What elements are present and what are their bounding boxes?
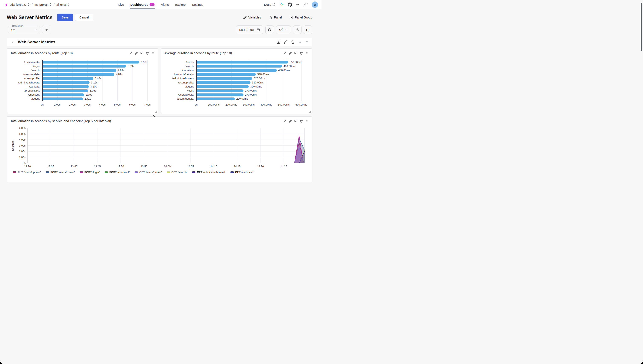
axis-tick-label: 7.00s bbox=[144, 103, 151, 106]
bar bbox=[42, 65, 126, 68]
avatar[interactable]: D bbox=[312, 2, 318, 8]
pin-resolution-button[interactable] bbox=[42, 25, 51, 34]
grip-icon bbox=[151, 52, 155, 55]
slack-button[interactable] bbox=[280, 2, 284, 6]
time-x-axis: 13:3013:3513:4013:4513:5013:5514:0014:05… bbox=[28, 163, 305, 168]
save-button[interactable]: Save bbox=[57, 14, 73, 21]
download-icon bbox=[296, 28, 299, 32]
legend-path-label: /search/ bbox=[178, 171, 187, 174]
updown-chevron-icon bbox=[68, 3, 70, 6]
tab-live[interactable]: Live bbox=[118, 0, 124, 9]
variables-button[interactable]: Variables bbox=[243, 16, 261, 19]
resize-handle[interactable] bbox=[309, 111, 311, 112]
axis-tick-label: 13:30 bbox=[24, 165, 31, 168]
add-chart-button[interactable] bbox=[277, 40, 281, 44]
expand-panel-button[interactable] bbox=[283, 52, 286, 55]
theme-toggle-button[interactable] bbox=[296, 3, 300, 6]
chevron-down-icon bbox=[35, 29, 37, 32]
legend-item[interactable]: POST/checkout/ bbox=[105, 171, 129, 174]
bar-value-label: 340.00ms bbox=[257, 73, 269, 76]
breadcrumb-project-selector[interactable]: my-project bbox=[35, 3, 52, 6]
delete-panel-button[interactable] bbox=[146, 52, 149, 55]
axis-tick-label: 1.00s bbox=[19, 156, 26, 159]
expand-icon bbox=[129, 52, 132, 55]
delete-panel-button[interactable] bbox=[300, 52, 303, 55]
axis-tick-label: 600.00ms bbox=[296, 103, 307, 106]
json-view-button[interactable]: { } bbox=[304, 26, 312, 34]
collapse-section-button[interactable] bbox=[11, 40, 15, 44]
edit-panel-button[interactable] bbox=[289, 52, 292, 55]
tab-settings[interactable]: Settings bbox=[192, 0, 203, 9]
panels-row: Total duration in seconds by route (Top … bbox=[7, 48, 312, 114]
edit-panel-button[interactable] bbox=[135, 52, 138, 55]
delete-section-button[interactable] bbox=[291, 40, 295, 44]
legend-item[interactable]: GET/search/ bbox=[167, 171, 187, 174]
bar-category-label: /search/ bbox=[164, 64, 196, 68]
drag-panel-handle[interactable] bbox=[305, 52, 309, 55]
bar-value-label: 490.00ms bbox=[283, 65, 295, 68]
duplicate-panel-button[interactable] bbox=[294, 52, 298, 55]
legend-item[interactable]: POST/users/create/ bbox=[46, 171, 75, 174]
legend-item[interactable]: GET/cart/view/ bbox=[231, 171, 254, 174]
legend-item[interactable]: PUT/users/update/ bbox=[13, 171, 41, 174]
axis-tick-label: 14:10 bbox=[210, 165, 217, 168]
bar-row: 6.57s bbox=[42, 60, 147, 64]
slack-icon bbox=[280, 2, 284, 6]
bar-category-label: /users/profile/ bbox=[11, 76, 42, 80]
bar-category-label: /logout/ bbox=[164, 84, 196, 88]
share-link-button[interactable] bbox=[304, 3, 308, 6]
breadcrumb-env-selector[interactable]: all envs bbox=[56, 3, 70, 6]
bar-row: 270.00ms bbox=[196, 93, 301, 97]
bar-category-label: /login/ bbox=[164, 88, 196, 92]
delete-panel-button[interactable] bbox=[300, 120, 303, 123]
legend-item[interactable]: GET/users/profile/ bbox=[135, 171, 162, 174]
nav-tabs: Live Dashboards v2 Alerts Explore Settin… bbox=[118, 0, 203, 9]
duplicate-panel-button[interactable] bbox=[140, 52, 143, 55]
breadcrumb-org-selector[interactable]: ddanielcruzz bbox=[10, 3, 30, 6]
refresh-button[interactable] bbox=[265, 26, 274, 34]
resolution-select[interactable]: Resolution 1m bbox=[8, 25, 40, 34]
add-panel-button[interactable]: Panel bbox=[269, 16, 282, 19]
drag-panel-handle[interactable] bbox=[305, 120, 309, 123]
bar-value-label: 3.40s bbox=[95, 77, 101, 80]
bar-value-label: 3.15s bbox=[91, 81, 98, 84]
edit-section-button[interactable] bbox=[284, 40, 288, 44]
github-button[interactable] bbox=[288, 2, 292, 7]
legend-item[interactable]: POST/login/ bbox=[80, 171, 100, 174]
bar-category-label: /products/list/ bbox=[11, 88, 42, 92]
tab-dashboards[interactable]: Dashboards v2 bbox=[130, 0, 155, 9]
cancel-button[interactable]: Cancel bbox=[75, 14, 93, 21]
duplicate-panel-button[interactable] bbox=[294, 120, 298, 123]
expand-panel-button[interactable] bbox=[129, 52, 132, 55]
drag-panel-handle[interactable] bbox=[151, 52, 155, 55]
move-section-up-button[interactable] bbox=[305, 40, 309, 44]
bar-row: 3.15s bbox=[42, 80, 147, 84]
time-range-button[interactable]: Last 1 hour bbox=[236, 26, 263, 34]
tab-alerts[interactable]: Alerts bbox=[161, 0, 169, 9]
bar-category-label: /users/create/ bbox=[11, 60, 42, 64]
calendar-icon bbox=[257, 28, 260, 32]
legend-method-label: GET bbox=[171, 171, 177, 174]
panel-actions bbox=[283, 52, 309, 55]
add-panel-group-button[interactable]: Panel Group bbox=[290, 16, 312, 19]
move-section-down-button[interactable] bbox=[298, 40, 302, 44]
series-area bbox=[28, 148, 305, 163]
legend-method-label: POST bbox=[109, 171, 117, 174]
panel-group-header: Web Server Metrics bbox=[7, 38, 312, 46]
legend-item[interactable]: GET/admin/dashboard/ bbox=[192, 171, 225, 174]
edit-panel-button[interactable] bbox=[289, 120, 292, 123]
autorefresh-select[interactable]: Off bbox=[276, 26, 291, 34]
bar-value-label: 2.79s bbox=[86, 93, 92, 96]
axis-tick-label: 13:55 bbox=[141, 165, 147, 168]
download-button[interactable] bbox=[293, 26, 302, 34]
axis-tick-label: 5.00s bbox=[19, 132, 26, 136]
expand-panel-button[interactable] bbox=[283, 120, 286, 123]
tab-explore[interactable]: Explore bbox=[175, 0, 186, 9]
file-plus-icon bbox=[269, 16, 272, 19]
bar bbox=[196, 85, 249, 88]
docs-link[interactable]: Docs bbox=[264, 3, 276, 6]
bar bbox=[42, 69, 116, 72]
bar-category-label: /admin/dashboard/ bbox=[11, 80, 42, 84]
link-icon bbox=[304, 3, 308, 6]
resize-handle[interactable] bbox=[155, 111, 157, 112]
